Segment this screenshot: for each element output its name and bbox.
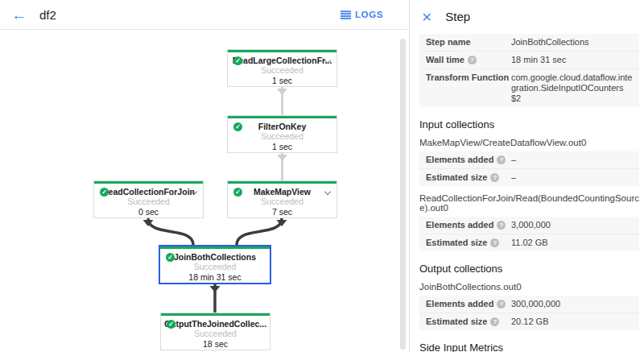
- step-summary-table: Step name JoinBothCollections Wall time?…: [419, 34, 639, 107]
- status-bar: [228, 181, 336, 184]
- summary-row-wall-time: Wall time? 18 min 31 sec: [419, 52, 639, 69]
- row-label: Estimated size: [426, 238, 487, 247]
- side-input-metrics-heading: Side Input Metrics: [419, 342, 639, 352]
- node-time: 0 sec: [94, 207, 203, 217]
- summary-row-step-name: Step name JoinBothCollections: [419, 34, 639, 52]
- row-label: Estimated size: [426, 172, 487, 182]
- row-value: 20.12 GB: [511, 317, 633, 327]
- help-icon[interactable]: ?: [490, 317, 499, 326]
- logs-label: LOGS: [355, 10, 383, 19]
- metric-row-elements-added: Elements added? 300,000,000: [419, 296, 639, 313]
- help-icon[interactable]: ?: [497, 221, 506, 230]
- step-node-read-large-collection[interactable]: ✓ ReadLargeCollectionFr... Succeeded 1 s…: [227, 49, 337, 87]
- node-title: FilterOnKey: [228, 122, 336, 131]
- status-bar: [94, 181, 203, 184]
- job-toolbar: ← df2 LOGS: [0, 0, 409, 30]
- row-value: –: [511, 172, 633, 183]
- row-label: Transform Function: [426, 72, 509, 82]
- metric-row-estimated-size: Estimated size? 20.12 GB: [419, 313, 639, 330]
- row-value: JoinBothCollections: [511, 37, 633, 48]
- node-status: Succeeded: [228, 131, 336, 142]
- success-check-icon: ✓: [233, 56, 242, 65]
- collection-name: JoinBothCollections.out0: [419, 282, 639, 292]
- help-icon[interactable]: ?: [497, 155, 506, 164]
- metric-row-estimated-size: Estimated size? –: [419, 169, 639, 186]
- success-check-icon: ✓: [100, 188, 109, 197]
- help-icon[interactable]: ?: [490, 173, 499, 182]
- app-root: ← df2 LOGS: [0, 0, 644, 352]
- node-title: JoinBothCollections: [160, 252, 270, 262]
- node-status: Succeeded: [160, 262, 270, 272]
- status-bar: [228, 50, 336, 52]
- node-status: Succeeded: [161, 329, 270, 339]
- row-label: Wall time: [426, 55, 464, 64]
- logs-button[interactable]: LOGS: [337, 8, 386, 21]
- row-label: Estimated size: [426, 317, 487, 326]
- node-time: 1 sec: [228, 76, 336, 86]
- success-check-icon: ✓: [233, 188, 242, 197]
- help-icon[interactable]: ?: [497, 300, 506, 309]
- row-value: –: [511, 155, 633, 165]
- node-time: 18 min 31 sec: [160, 272, 270, 283]
- logs-list-icon: [341, 10, 351, 19]
- node-title: ReadLargeCollectionFr...: [228, 56, 336, 65]
- input-collections-heading: Input collections: [419, 118, 639, 130]
- panel-body: Step name JoinBothCollections Wall time?…: [410, 32, 644, 352]
- help-icon[interactable]: ?: [490, 238, 499, 247]
- panel-header: × Step: [410, 0, 644, 32]
- row-label: Step name: [426, 37, 471, 47]
- collection-metrics-table: Elements added? 3,000,000 Estimated size…: [419, 217, 639, 251]
- success-check-icon: ✓: [167, 320, 175, 329]
- collection-metrics-table: Elements added? 300,000,000 Estimated si…: [419, 296, 639, 330]
- close-icon[interactable]: ×: [422, 8, 431, 25]
- step-node-make-map-view[interactable]: ✓ MakeMapView Succeeded 7 sec: [227, 180, 337, 218]
- collection-name: MakeMapView/CreateDataflowView.out0: [419, 138, 639, 147]
- panel-title: Step: [445, 10, 470, 23]
- metric-row-elements-added: Elements added? –: [419, 151, 639, 169]
- collection-name: ReadCollectionForJoin/Read(BoundedCounti…: [419, 193, 639, 213]
- node-time: 18 sec: [161, 339, 270, 350]
- row-value: 18 min 31 sec: [511, 55, 633, 65]
- output-collections-heading: Output collections: [419, 263, 639, 275]
- success-check-icon: ✓: [166, 253, 175, 262]
- row-label: Elements added: [426, 220, 493, 230]
- node-title: OutputTheJoinedCollec...: [161, 319, 270, 329]
- help-icon[interactable]: ?: [468, 56, 477, 64]
- node-status: Succeeded: [228, 65, 336, 76]
- graph-scrollbar[interactable]: [400, 39, 406, 350]
- row-value: com.google.cloud.dataflow.integration.Si…: [511, 72, 633, 104]
- step-details-panel: × Step Step name JoinBothCollections Wal…: [409, 0, 644, 352]
- node-title: MakeMapView: [228, 187, 336, 197]
- metric-row-elements-added: Elements added? 3,000,000: [419, 217, 639, 234]
- status-bar: [161, 313, 270, 316]
- summary-row-transform-function: Transform Function com.google.cloud.data…: [419, 69, 639, 107]
- job-title: df2: [39, 8, 56, 22]
- metric-row-estimated-size: Estimated size? 11.02 GB: [419, 234, 639, 251]
- node-time: 1 sec: [228, 142, 336, 152]
- pipeline-edges: [0, 30, 409, 352]
- collection-metrics-table: Elements added? – Estimated size? –: [419, 151, 639, 186]
- step-node-output-the-joined-collection[interactable]: ✓ OutputTheJoinedCollec... Succeeded 18 …: [160, 313, 270, 350]
- row-label: Elements added: [426, 155, 493, 164]
- node-title: ReadCollectionForJoin: [94, 187, 203, 197]
- row-label: Elements added: [426, 299, 493, 309]
- row-value: 300,000,000: [511, 299, 633, 309]
- step-node-join-both-collections-selected[interactable]: ✓ JoinBothCollections Succeeded 18 min 3…: [159, 245, 271, 284]
- graph-panel: ← df2 LOGS: [0, 0, 409, 352]
- row-value: 3,000,000: [511, 220, 633, 230]
- step-node-filter-on-key[interactable]: ✓ FilterOnKey Succeeded 1 sec: [227, 115, 337, 153]
- back-arrow-icon[interactable]: ←: [11, 7, 27, 23]
- node-status: Succeeded: [228, 197, 336, 207]
- row-value: 11.02 GB: [511, 238, 633, 248]
- status-bar: [160, 246, 270, 249]
- step-node-read-collection-for-join[interactable]: ✓ ReadCollectionForJoin Succeeded 0 sec: [93, 180, 204, 218]
- success-check-icon: ✓: [233, 122, 242, 131]
- status-bar: [228, 116, 336, 118]
- node-status: Succeeded: [94, 197, 203, 207]
- node-time: 7 sec: [228, 207, 336, 217]
- pipeline-canvas: ✓ ReadLargeCollectionFr... Succeeded 1 s…: [0, 30, 409, 352]
